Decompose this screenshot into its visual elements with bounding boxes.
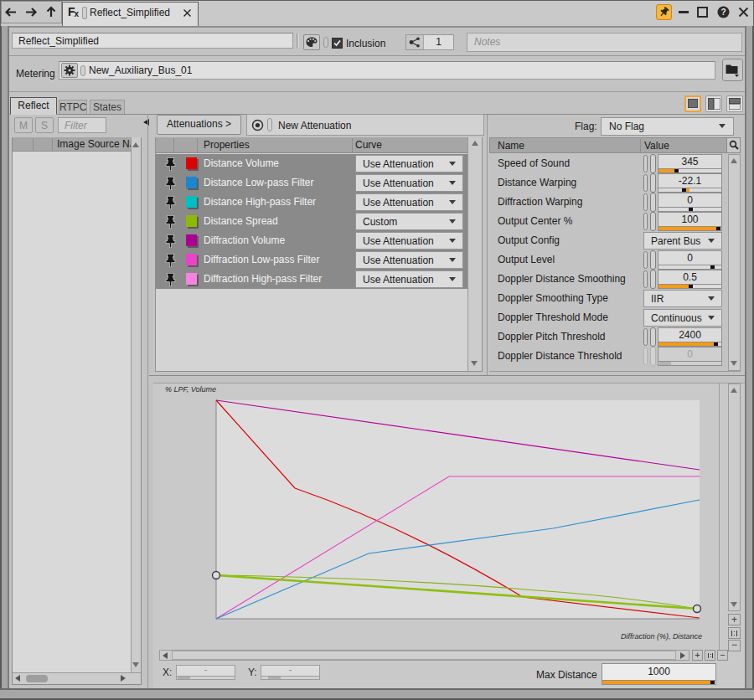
svg-text:?: ? [720,8,726,17]
